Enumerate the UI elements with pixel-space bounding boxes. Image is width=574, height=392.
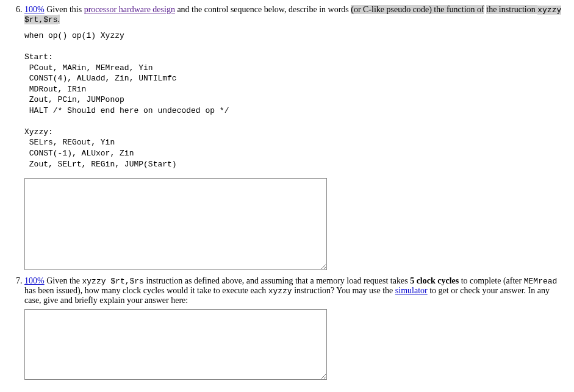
score-link-q6[interactable]: 100% <box>24 5 45 14</box>
simulator-link[interactable]: simulator <box>395 286 428 295</box>
q6-highlight-c: . <box>58 15 60 24</box>
q6-text-b: and the control sequence below, describe… <box>175 5 351 14</box>
q6-text-a: Given this <box>45 5 84 14</box>
control-sequence-code: when op() op(1) Xyzzy Start: PCout, MARi… <box>24 30 567 169</box>
q7-xyzzy: xyzzy <box>268 287 292 296</box>
q7-text-d: has been issued), how many clock cycles … <box>24 286 268 295</box>
q7-memread: MEMread <box>524 277 558 286</box>
q7-text-c: to complete (after <box>459 276 524 285</box>
q7-text-e: instruction? You may use the <box>292 286 395 295</box>
q7-inst: xyzzy $rt,$rs <box>82 277 144 286</box>
q7-text-b: instruction as defined above, and assumi… <box>144 276 410 285</box>
processor-hardware-link[interactable]: processor hardware design <box>84 5 175 14</box>
answer-textarea-q7[interactable] <box>24 309 327 380</box>
answer-textarea-q6[interactable] <box>24 178 327 270</box>
q7-text-a: Given the <box>45 276 82 285</box>
q6-highlight-b: the instruction <box>486 5 537 14</box>
score-link-q7[interactable]: 100% <box>24 276 45 285</box>
question-6: 100% Given this processor hardware desig… <box>24 5 567 270</box>
q6-highlight-a: (or C-like pseudo code) the function of <box>351 5 484 14</box>
question-7: 100% Given the xyzzy $rt,$rs instruction… <box>24 276 567 380</box>
q7-bold-cycles: 5 clock cycles <box>410 276 459 285</box>
